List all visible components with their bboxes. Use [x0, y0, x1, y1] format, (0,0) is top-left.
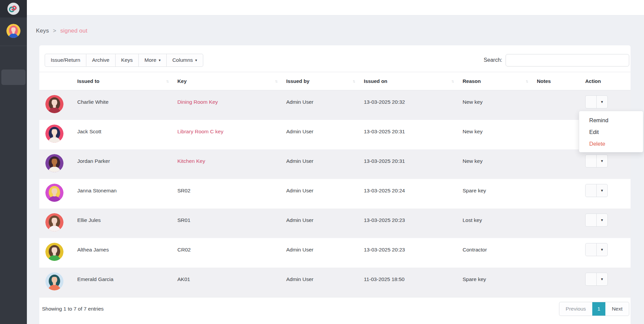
avatar-cell — [39, 238, 77, 268]
column-issued-on[interactable]: Issued on ↑↓ — [364, 78, 463, 84]
columns-dropdown-button[interactable]: Columns ▾ — [167, 54, 203, 67]
person-avatar — [45, 154, 63, 172]
action-split-button[interactable]: ▼ — [585, 243, 608, 256]
sort-icon[interactable]: ↑↓ — [275, 79, 277, 84]
action-caret-button[interactable]: ▼ — [597, 273, 607, 285]
person-avatar — [45, 213, 63, 231]
issued-by-cell: Admin User — [286, 120, 364, 149]
notes-cell — [537, 209, 585, 238]
current-page-button[interactable]: 1 — [592, 302, 605, 316]
table-row: Jack Scott Library Room C key Admin User… — [39, 120, 631, 149]
menu-item-delete[interactable]: Delete — [579, 138, 643, 150]
action-caret-button[interactable]: ▼ — [597, 243, 607, 256]
key-cell[interactable]: CR02 — [177, 238, 286, 268]
action-button-main[interactable] — [586, 243, 597, 256]
brand-swirl-icon — [7, 2, 20, 15]
search-label: Search: — [484, 57, 502, 63]
app-logo[interactable] — [0, 0, 27, 17]
person-avatar — [45, 184, 63, 202]
action-caret-button[interactable]: ▼ — [597, 155, 607, 167]
key-link[interactable]: Library Room C key — [177, 120, 286, 149]
column-action: Action — [585, 78, 631, 84]
action-dropdown-menu: Remind Edit Delete — [579, 111, 643, 152]
action-cell: ▼ — [585, 149, 631, 179]
action-split-button[interactable]: ▼ — [585, 184, 608, 197]
issued-to-cell: Charlie White — [77, 90, 177, 120]
action-cell: ▼ — [585, 209, 631, 238]
reason-cell: New key — [463, 120, 537, 149]
sort-icon[interactable]: ↑↓ — [166, 79, 168, 84]
action-split-button[interactable]: ▼ — [585, 273, 608, 286]
content-card: Issue/Return Archive Keys More ▾ Columns… — [39, 45, 631, 324]
table-row: Charlie White Dining Room Key Admin User… — [39, 90, 631, 120]
sidebar-item-keys[interactable] — [1, 70, 26, 85]
action-caret-button[interactable]: ▼ — [597, 214, 607, 226]
table-row: Althea James CR02 Admin User 13-03-2025 … — [39, 238, 631, 268]
column-label: Issued to — [77, 78, 99, 84]
person-avatar — [45, 243, 63, 261]
column-notes: Notes — [537, 78, 585, 84]
more-label: More — [144, 57, 156, 63]
table-row: Emerald Garcia AK01 Admin User 11-03-202… — [39, 268, 631, 297]
person-avatar — [45, 125, 63, 143]
action-split-button[interactable]: ▼ — [585, 95, 608, 108]
next-page-button[interactable]: Next — [605, 302, 629, 316]
menu-item-edit[interactable]: Edit — [579, 126, 643, 138]
person-avatar — [45, 95, 63, 113]
issued-on-cell: 13-03-2025 20:23 — [364, 209, 463, 238]
column-key[interactable]: Key ↑↓ — [177, 78, 286, 84]
avatar-cell — [39, 209, 77, 238]
action-button-main[interactable] — [586, 214, 597, 226]
column-issued-to[interactable]: Issued to ↑↓ — [77, 78, 177, 84]
issued-to-cell: Jordan Parker — [77, 149, 177, 179]
reason-cell: New key — [463, 149, 537, 179]
reason-cell: New key — [463, 90, 537, 120]
issued-to-cell: Janna Stoneman — [77, 179, 177, 209]
table-header: Issued to ↑↓ Key ↑↓ Issued by ↑↓ Issued … — [39, 72, 631, 90]
issued-on-cell: 13-03-2025 20:32 — [364, 90, 463, 120]
issue-return-button[interactable]: Issue/Return — [45, 54, 86, 67]
previous-page-button[interactable]: Previous — [559, 302, 592, 316]
key-link[interactable]: Kitchen Key — [177, 149, 286, 179]
sort-icon[interactable]: ↑↓ — [352, 79, 354, 84]
action-cell: ▼ — [585, 179, 631, 209]
issued-by-cell: Admin User — [286, 238, 364, 268]
search-input[interactable] — [506, 54, 629, 66]
more-dropdown-button[interactable]: More ▾ — [139, 54, 167, 67]
action-button-main[interactable] — [586, 273, 597, 285]
caret-down-icon: ▾ — [159, 58, 161, 62]
notes-cell — [537, 90, 585, 120]
key-cell[interactable]: SR02 — [177, 179, 286, 209]
issued-on-cell: 13-03-2025 20:24 — [364, 179, 463, 209]
sidebar-divider — [0, 46, 27, 46]
archive-button[interactable]: Archive — [86, 54, 116, 67]
sort-icon[interactable]: ↑↓ — [525, 79, 527, 84]
avatar-cell — [39, 149, 77, 179]
sort-icon[interactable]: ↑↓ — [451, 79, 453, 84]
key-cell[interactable]: AK01 — [177, 268, 286, 297]
keys-button[interactable]: Keys — [116, 54, 139, 67]
action-caret-button[interactable]: ▼ — [597, 184, 607, 197]
breadcrumb-separator: > — [53, 28, 56, 34]
issued-on-cell: 13-03-2025 20:23 — [364, 238, 463, 268]
action-button-main[interactable] — [586, 184, 597, 197]
action-split-button[interactable]: ▼ — [585, 154, 608, 168]
reason-cell: Contractor — [463, 238, 537, 268]
action-caret-button[interactable]: ▼ — [597, 96, 607, 108]
action-button-main[interactable] — [586, 96, 597, 108]
column-issued-by[interactable]: Issued by ↑↓ — [286, 78, 364, 84]
key-link[interactable]: Dining Room Key — [177, 90, 286, 120]
issued-by-cell: Admin User — [286, 179, 364, 209]
table-body: Charlie White Dining Room Key Admin User… — [39, 90, 631, 297]
breadcrumb-keys[interactable]: Keys — [36, 28, 49, 34]
column-reason[interactable]: Reason ↑↓ — [463, 78, 537, 84]
action-split-button[interactable]: ▼ — [585, 214, 608, 227]
issued-to-cell: Althea James — [77, 238, 177, 268]
menu-item-remind[interactable]: Remind — [579, 114, 643, 126]
key-cell[interactable]: SR01 — [177, 209, 286, 238]
avatar-cell — [39, 120, 77, 149]
archive-label: Archive — [92, 57, 110, 63]
issued-by-cell: Admin User — [286, 149, 364, 179]
action-button-main[interactable] — [586, 155, 597, 167]
user-avatar-button[interactable] — [0, 17, 27, 44]
